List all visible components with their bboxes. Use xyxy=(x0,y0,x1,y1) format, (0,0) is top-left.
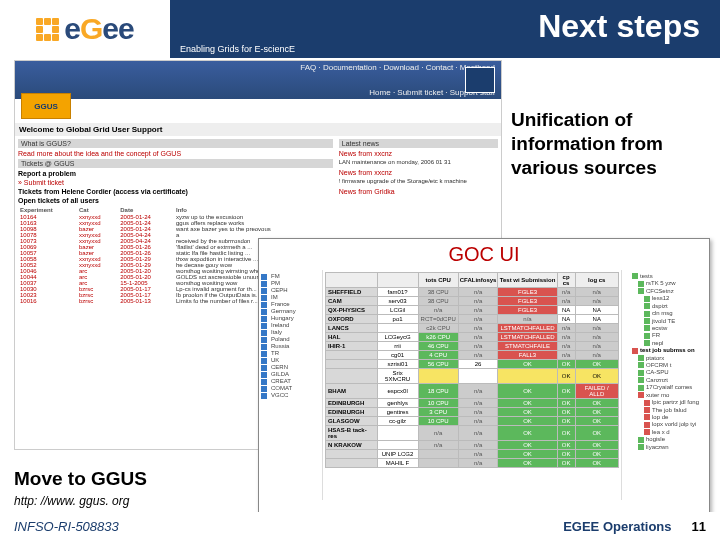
logo-e1: e xyxy=(64,12,80,45)
ggus-url: http: //www. ggus. org xyxy=(14,494,129,508)
egee-logo: eGee xyxy=(0,0,170,58)
goc-test-tree: testsrsTK 5 yzwCFCSetnzless12dspiztcln m… xyxy=(621,270,709,500)
tickets-title: Tickets @ GGUS xyxy=(18,159,333,168)
tagline: Enabling Grids for E-sciencE xyxy=(170,40,305,58)
move-to-ggus-text: Move to GGUS xyxy=(14,468,147,490)
cordier-tickets: Tickets from Helene Cordier (access via … xyxy=(18,188,333,195)
logo-e2: e xyxy=(102,12,118,45)
logo-g: G xyxy=(80,12,102,45)
goc-region-list: FMPMCEPHIMFranceGermanyHungaryIrelandIta… xyxy=(259,270,323,500)
latest-news-title: Latest news xyxy=(339,139,498,148)
egee-small-icon xyxy=(465,67,495,93)
goc-ui-screenshot: GOC UI FMPMCEPHIMFranceGermanyHungaryIre… xyxy=(258,238,710,513)
header-bar: Enabling Grids for E-sciencE Next steps xyxy=(170,0,720,58)
open-tickets-title: Open tickets of all users xyxy=(18,197,333,204)
goc-status-grid: tots CPUCFALinfosysTest wi Submissioncp … xyxy=(323,270,621,500)
what-is-ggus-text: Read more about the idea and the concept… xyxy=(18,150,333,157)
slide-content: FAQ · Documentation · Download · Contact… xyxy=(0,58,720,512)
slide-title: Next steps xyxy=(538,8,700,45)
ggus-badge: GGUS xyxy=(21,93,71,119)
goc-ui-title: GOC UI xyxy=(259,239,709,270)
report-problem: Report a problem xyxy=(18,170,333,177)
ggus-welcome: Welcome to Global Grid User Support xyxy=(15,123,501,136)
page-number: 11 xyxy=(692,519,706,534)
submit-ticket-link: » Submit ticket xyxy=(18,179,333,186)
footer-right: EGEE Operations xyxy=(563,519,671,534)
slide-footer: INFSO-RI-508833 EGEE Operations 11 xyxy=(0,512,720,540)
slide-header: eGee Enabling Grids for E-sciencE Next s… xyxy=(0,0,720,58)
footer-left: INFSO-RI-508833 xyxy=(14,519,119,534)
logo-e3: e xyxy=(118,12,134,45)
logo-dots-icon xyxy=(36,18,58,40)
what-is-ggus-title: What is GGUS? xyxy=(18,139,333,148)
logo-text: eGee xyxy=(64,12,133,46)
ggus-banner: FAQ · Documentation · Download · Contact… xyxy=(15,61,501,99)
unification-text: Unification of information from various … xyxy=(511,108,706,179)
